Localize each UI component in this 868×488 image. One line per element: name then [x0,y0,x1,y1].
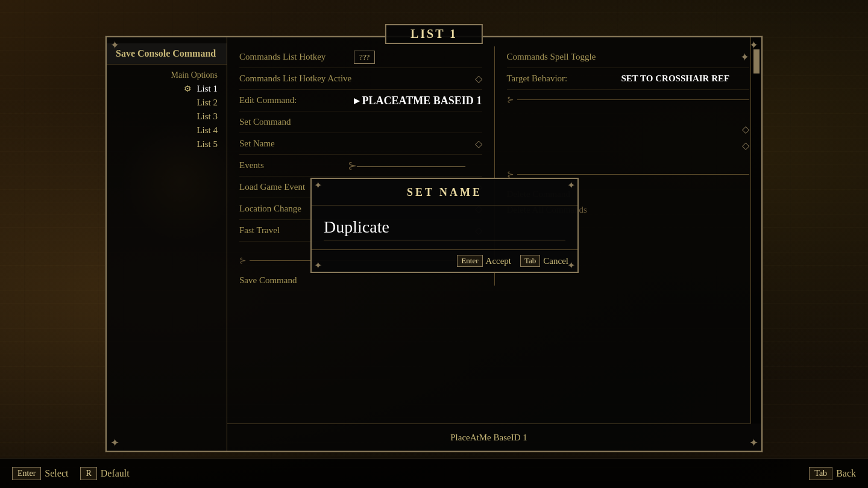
events-label: Events [239,160,348,170]
row-edit-command: Edit Command: ▸ PLACEATME BASEID 1 [239,90,482,111]
set-name-input[interactable] [324,214,565,240]
corner-decoration-bl: ✦ [105,434,124,452]
hotkey-active-label: Commands List Hotkey Active [239,74,351,84]
right-divider: ⊱ [507,95,750,105]
enter-key-icon: Enter [12,467,41,480]
status-bar: PlaceAtMe BaseID 1 [227,424,750,451]
right-row-1: ◇ [507,124,750,135]
accept-label: Accept [486,256,511,266]
row-set-name: Set Name ◇ [239,133,482,155]
row-target-behavior: Target Behavior: SET TO CROSSHAIR REF [507,68,750,90]
enter-key: Enter [457,255,482,267]
edit-command-label: Edit Command: [239,95,348,105]
tab-label: Back [836,468,856,479]
corner-decoration-tr: ✦ [744,36,763,54]
tab-key-icon: Tab [809,467,832,480]
target-behavior-label: Target Behavior: [507,74,615,84]
sidebar-item-list3[interactable]: List 3 [107,110,227,124]
modal-title: SET NAME [312,179,577,205]
kb-tab-back: Tab Back [809,467,856,480]
kb-enter-select: Enter Select [12,467,68,480]
diamond-icon-1: ◇ [475,73,482,84]
diamond-icon-2: ◇ [475,138,482,149]
sidebar-item-list2[interactable]: List 2 [107,96,227,110]
r-key-icon: R [80,467,96,480]
keyboard-bar: Enter Select R Default Tab Back [0,458,868,488]
edit-command-value: ▸ PLACEATME BASEID 1 [354,94,482,107]
row-set-command: Set Command [239,111,482,133]
right-scroll-ornament: ⊱ [507,95,514,105]
row-events: Events ⊱—————————— [239,155,482,177]
sidebar-item-label: List 2 [197,98,218,108]
sidebar: Save Console Command Main Options ⚙ List… [107,37,227,451]
scroll-ornament-left: ⊱ [239,255,247,266]
scrollbar[interactable] [750,37,761,424]
right-row-2: ◇ [507,140,750,151]
cancel-button[interactable]: Tab Cancel [520,255,568,267]
modal-corner-tl: ✦ [310,178,326,193]
modal-buttons: Enter Accept Tab Cancel [312,250,577,272]
save-command-label: Save Command [239,275,297,285]
status-bar-text: PlaceAtMe BaseID 1 [450,433,527,443]
set-name-label: Set Name [239,139,348,149]
accept-button[interactable]: Enter Accept [457,255,511,267]
modal-corner-br: ✦ [564,258,579,273]
sidebar-item-list4[interactable]: List 4 [107,124,227,137]
set-command-label: Set Command [239,117,348,127]
kb-r-default: R Default [80,467,129,480]
row-hotkey: Commands List Hotkey ??? [239,46,482,68]
sidebar-item-label: List 1 [197,84,218,94]
tab-key: Tab [520,255,540,267]
r-label: Default [101,468,130,479]
spell-toggle-label: Commands Spell Toggle [507,52,615,62]
corner-decoration-tl: ✦ [105,36,124,54]
row-hotkey-active: Commands List Hotkey Active ◇ [239,68,482,90]
active-icon: ⚙ [184,84,192,94]
save-command-row[interactable]: Save Command [239,275,482,286]
right-diamond-2: ◇ [742,140,749,151]
row-spell-toggle: Commands Spell Toggle ✦ [507,46,750,68]
hotkey-value: ??? [354,51,375,64]
sidebar-section-label: Main Options [107,67,227,82]
enter-label: Select [45,468,68,479]
hotkey-label: Commands List Hotkey [239,52,348,62]
set-name-dialog: ✦ ✦ ✦ ✦ SET NAME Enter Accept Tab Cancel [310,178,579,273]
sidebar-item-label: List 3 [197,111,218,122]
target-behavior-value: SET TO CROSSHAIR REF [621,74,730,84]
modal-input-area [312,205,577,250]
sidebar-item-label: List 5 [197,139,218,149]
modal-corner-tr: ✦ [564,178,579,193]
scroll-ornament-1: ⊱—————————— [348,159,465,172]
sidebar-item-list1[interactable]: ⚙ List 1 [107,82,227,96]
modal-corner-bl: ✦ [310,258,326,273]
sidebar-item-list5[interactable]: List 5 [107,137,227,151]
corner-decoration-br: ✦ [744,434,763,452]
right-spacer1 [507,107,750,119]
right-diamond-1: ◇ [742,124,749,135]
sidebar-item-label: List 4 [197,125,218,136]
sidebar-header: Save Console Command [107,43,227,64]
